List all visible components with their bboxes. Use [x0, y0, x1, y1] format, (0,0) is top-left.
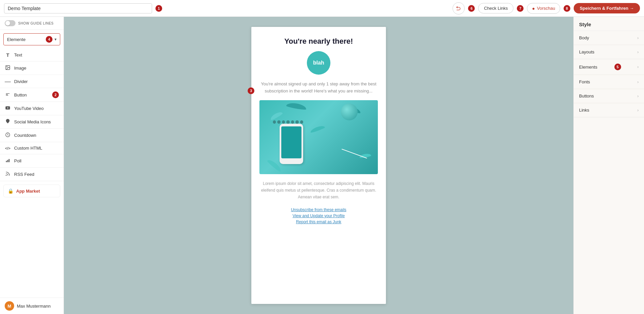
guide-toggle-label: SHOW GUIDE LINES	[18, 22, 53, 25]
unsubscribe-link[interactable]: Unsubscribe from these emails	[259, 207, 378, 212]
divider-icon: —	[5, 78, 11, 84]
style-item-links[interactable]: Links ›	[574, 103, 644, 117]
sidebar-item-divider[interactable]: — Divider	[0, 75, 64, 88]
chevron-right-icon: ›	[637, 36, 639, 40]
style-item-body[interactable]: Body ›	[574, 31, 644, 45]
sidebar-item-youtube[interactable]: YouTube Video	[0, 102, 64, 115]
user-bar: M Max Mustermann	[0, 298, 64, 314]
email-image	[259, 100, 378, 174]
style-item-label: Elements	[579, 65, 597, 70]
badge-4: 4	[46, 36, 52, 43]
sidebar-item-social[interactable]: Social Media Icons	[0, 115, 64, 129]
sidebar-item-label: Poll	[14, 158, 22, 163]
style-item-label: Fonts	[579, 79, 590, 84]
email-links: Unsubscribe from these emails View and U…	[259, 207, 378, 224]
sidebar-item-button[interactable]: Button 2	[0, 88, 64, 102]
sidebar-item-label: Social Media Icons	[14, 119, 51, 124]
chevron-right-icon: ›	[637, 108, 639, 113]
check-links-button[interactable]: Check Links	[478, 3, 513, 13]
sidebar-item-countdown[interactable]: Countdown	[0, 129, 64, 142]
undo-button[interactable]	[453, 2, 465, 14]
email-body-text: You're almost signed up and only 1 step …	[259, 81, 378, 95]
style-item-label: Body	[579, 35, 589, 40]
sidebar-item-label: Image	[14, 66, 26, 71]
chevron-right-icon: ›	[637, 65, 639, 69]
sidebar-item-image[interactable]: Image	[0, 62, 64, 75]
app-market-label: App Market	[16, 189, 40, 194]
sidebar-right: Style Body › Layouts › Elements 5 › Font…	[573, 17, 644, 314]
svg-rect-7	[9, 159, 10, 162]
chevron-down-icon: ▾	[55, 37, 57, 42]
style-item-label: Layouts	[579, 49, 595, 54]
save-button[interactable]: Speichern & Fortfahren →	[574, 3, 640, 13]
sidebar-item-label: Divider	[14, 79, 28, 84]
preview-button[interactable]: ● Vorschau	[527, 3, 560, 14]
html-icon: </>	[5, 146, 11, 150]
badge-7: 7	[517, 5, 524, 12]
feather1-decoration	[270, 110, 283, 120]
svg-rect-6	[7, 160, 8, 162]
sphere-decoration	[341, 104, 358, 120]
badge-8: 8	[564, 5, 570, 12]
style-header: Style	[574, 17, 644, 31]
style-item-label: Links	[579, 108, 589, 113]
email-lorem-text: Lorem ipsum dolor sit amet, consectetur …	[259, 180, 378, 201]
chevron-right-icon: ›	[637, 80, 639, 84]
social-icon	[5, 119, 11, 125]
button-icon	[5, 92, 11, 98]
earphone-decoration	[342, 149, 367, 158]
sidebar-item-text[interactable]: T Text	[0, 49, 64, 62]
email-logo: blah	[307, 51, 330, 75]
sidebar-item-label: Button	[14, 92, 27, 97]
app-market-icon: 🔒	[8, 188, 13, 194]
template-title-input[interactable]	[4, 3, 152, 13]
sidebar-item-rss[interactable]: RSS Feed	[0, 168, 64, 181]
email-image-placeholder	[259, 100, 378, 174]
style-item-layouts[interactable]: Layouts ›	[574, 45, 644, 59]
dropdown-label: Elemente	[7, 37, 46, 42]
sidebar-item-html[interactable]: </> Custom HTML	[0, 142, 64, 154]
text-icon: T	[5, 52, 11, 58]
phone-screen	[281, 126, 301, 158]
app-market-button[interactable]: 🔒 App Market	[3, 185, 60, 197]
chevron-right-icon: ›	[637, 94, 639, 99]
phone-decoration	[280, 124, 303, 164]
main-layout: SHOW GUIDE LINES Elemente 4 ▾ T Text Ima…	[0, 17, 644, 314]
chevron-right-icon: ›	[637, 50, 639, 54]
badge-2: 2	[52, 91, 59, 98]
elements-dropdown[interactable]: Elemente 4 ▾	[3, 33, 60, 45]
svg-rect-5	[6, 161, 7, 162]
sidebar-item-label: Countdown	[14, 133, 36, 138]
topbar: 1 6 Check Links 7 ● Vorschau 8 Speichern…	[0, 0, 644, 17]
poll-icon	[5, 158, 11, 164]
avatar: M	[5, 301, 14, 311]
feather5-decoration	[310, 124, 325, 133]
user-name: Max Mustermann	[17, 304, 50, 309]
guide-toggle-switch[interactable]	[5, 20, 15, 26]
sidebar-item-label: RSS Feed	[14, 172, 34, 177]
style-item-buttons[interactable]: Buttons ›	[574, 89, 644, 103]
email-preview: 3 You're nearly there! blah You're almos…	[251, 27, 386, 304]
sidebar-item-label: Text	[14, 52, 22, 57]
update-profile-link[interactable]: View and Update your Profile	[259, 213, 378, 218]
image-icon	[5, 65, 11, 71]
sidebar-item-label: YouTube Video	[14, 106, 44, 111]
rss-icon	[5, 171, 11, 178]
countdown-icon	[5, 132, 11, 139]
style-item-elements[interactable]: Elements 5 ›	[574, 59, 644, 75]
guide-toggle[interactable]: SHOW GUIDE LINES	[0, 17, 64, 30]
report-junk-link[interactable]: Report this email as Junk	[259, 220, 378, 224]
badge-6: 6	[468, 5, 475, 12]
sidebar-item-label: Custom HTML	[14, 146, 42, 151]
feather6-decoration	[286, 102, 307, 110]
svg-point-1	[7, 67, 7, 67]
sidebar-item-poll[interactable]: Poll	[0, 154, 64, 168]
svg-point-8	[6, 175, 6, 175]
email-title: You're nearly there!	[259, 37, 378, 46]
badge-5: 5	[614, 64, 621, 70]
style-item-fonts[interactable]: Fonts ›	[574, 75, 644, 89]
badge-3: 3	[248, 87, 254, 94]
youtube-icon	[5, 105, 11, 112]
style-item-label: Buttons	[579, 93, 594, 99]
canvas-area: 3 You're nearly there! blah You're almos…	[64, 17, 573, 314]
